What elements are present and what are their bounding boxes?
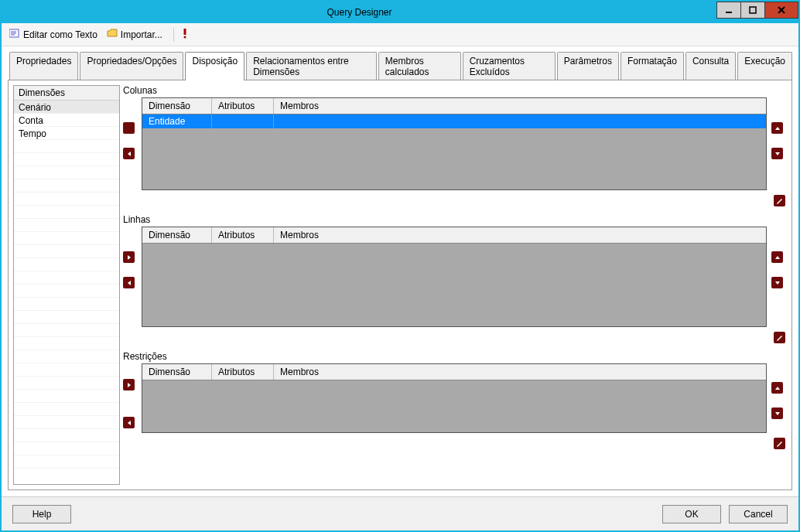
restricoes-remove-button[interactable]	[123, 417, 135, 428]
edit-as-text-label: Editar como Texto	[23, 29, 97, 40]
svg-line-2	[778, 7, 785, 13]
sidebar-item-empty	[14, 166, 119, 179]
tab-strip: Propriedades Propriedades/Opções Disposi…	[8, 51, 792, 80]
col-membros-header[interactable]: Membros	[274, 227, 766, 243]
restricoes-edit-button[interactable]	[774, 438, 785, 449]
colunas-grid-body: Entidade	[142, 114, 766, 189]
col-atributos-header[interactable]: Atributos	[212, 364, 274, 380]
main-column: Colunas Dimensão	[123, 85, 787, 485]
linhas-remove-button[interactable]	[123, 277, 135, 288]
grid-head: Dimensão Atributos Membros	[142, 364, 766, 380]
section-restricoes-title: Restrições	[123, 351, 785, 363]
sidebar-item-empty	[14, 455, 119, 469]
window-controls	[717, 2, 798, 23]
sidebar-item-empty	[14, 193, 119, 206]
linhas-order-stack	[771, 227, 785, 327]
section-colunas-title: Colunas	[123, 85, 785, 97]
col-atributos-header[interactable]: Atributos	[212, 98, 274, 114]
colunas-edit-button[interactable]	[774, 195, 785, 206]
restricoes-add-button[interactable]	[123, 379, 135, 390]
linhas-edit-button[interactable]	[774, 332, 785, 343]
colunas-add-button[interactable]	[123, 122, 135, 134]
sidebar-item-empty	[14, 140, 119, 153]
tab-consulta[interactable]: Consulta	[685, 52, 736, 80]
col-membros-header[interactable]: Membros	[274, 98, 766, 114]
restricoes-grid-body	[142, 380, 766, 432]
col-dimensao-header[interactable]: Dimensão	[142, 364, 212, 380]
col-dimensao-header[interactable]: Dimensão	[142, 227, 212, 243]
colunas-grid[interactable]: Dimensão Atributos Membros Entidade	[142, 97, 767, 190]
grid-head: Dimensão Atributos Membros	[142, 227, 766, 244]
sidebar-item-empty	[14, 429, 119, 442]
minimize-button[interactable]	[716, 2, 741, 19]
colunas-remove-button[interactable]	[123, 148, 135, 159]
colunas-move-stack	[123, 97, 137, 190]
tab-parametros[interactable]: Parâmetros	[557, 52, 619, 80]
toolbar: Editar como Texto Importar...	[2, 23, 798, 46]
sidebar-item-empty	[14, 245, 119, 258]
restricoes-move-stack	[123, 363, 137, 433]
linhas-grid[interactable]: Dimensão Atributos Membros	[142, 227, 767, 327]
tab-propriedades[interactable]: Propriedades	[9, 52, 78, 80]
maximize-button[interactable]	[740, 2, 765, 19]
linhas-move-up-button[interactable]	[771, 251, 783, 263]
dimensions-sidebar: Dimensões Cenário Conta Tempo	[13, 85, 120, 485]
section-linhas: Linhas Dimensão	[123, 214, 785, 343]
edit-as-text-button[interactable]: Editar como Texto	[6, 27, 101, 42]
sidebar-item-empty	[14, 416, 119, 429]
restricoes-grid[interactable]: Dimensão Atributos Membros	[142, 363, 767, 433]
tab-propriedades-opcoes[interactable]: Propriedades/Opções	[80, 52, 183, 80]
restricoes-order-stack	[771, 363, 785, 433]
cell-dimensao: Entidade	[142, 114, 212, 128]
sidebar-item-empty	[14, 153, 119, 166]
colunas-move-up-button[interactable]	[771, 122, 783, 134]
sidebar-item-empty	[14, 219, 119, 232]
restricoes-move-down-button[interactable]	[771, 408, 783, 419]
sidebar-item-tempo[interactable]: Tempo	[14, 127, 119, 140]
sidebar-item-empty	[14, 337, 119, 350]
dialog-footer: Help OK Cancel	[2, 496, 798, 530]
tab-disposicao[interactable]: Disposição	[185, 52, 244, 80]
folder-open-icon	[107, 29, 118, 40]
import-button[interactable]: Importar...	[104, 27, 166, 42]
linhas-grid-body	[142, 244, 766, 326]
section-colunas: Colunas Dimensão	[123, 85, 785, 206]
cell-atributos	[212, 114, 274, 128]
sidebar-item-empty	[14, 442, 119, 455]
sidebar-item-empty	[14, 285, 119, 298]
sidebar-item-empty	[14, 350, 119, 363]
sidebar-item-conta[interactable]: Conta	[14, 114, 119, 127]
ok-button[interactable]: OK	[662, 505, 721, 523]
sidebar-item-empty	[14, 377, 119, 390]
tab-formatacao[interactable]: Formatação	[621, 52, 684, 80]
tab-execucao[interactable]: Execução	[737, 52, 792, 80]
grid-head: Dimensão Atributos Membros	[142, 98, 766, 114]
toolbar-separator	[173, 28, 174, 42]
sidebar-item-empty	[14, 311, 119, 324]
tab-cruzamentos[interactable]: Cruzamentos Excluídos	[463, 52, 556, 80]
sidebar-item-empty	[14, 298, 119, 311]
restricoes-move-up-button[interactable]	[771, 382, 783, 394]
close-button[interactable]	[764, 2, 798, 19]
linhas-move-stack	[123, 227, 137, 327]
tab-membros-calculados[interactable]: Membros calculados	[378, 52, 461, 80]
sidebar-item-empty	[14, 271, 119, 285]
linhas-add-button[interactable]	[123, 251, 135, 263]
sidebar-item-empty	[14, 206, 119, 219]
col-atributos-header[interactable]: Atributos	[212, 227, 274, 243]
linhas-move-down-button[interactable]	[771, 277, 783, 288]
col-membros-header[interactable]: Membros	[274, 364, 766, 380]
sidebar-item-cenario[interactable]: Cenário	[14, 101, 119, 114]
sidebar-item-empty	[14, 403, 119, 416]
colunas-move-down-button[interactable]	[771, 148, 783, 159]
section-restricoes: Restrições Dimensão	[123, 351, 785, 449]
sidebar-item-empty	[14, 324, 119, 337]
colunas-order-stack	[771, 97, 785, 190]
tab-relacionamentos[interactable]: Relacionamentos entre Dimensões	[246, 52, 377, 80]
tab-body: Dimensões Cenário Conta Tempo	[8, 80, 792, 490]
help-button[interactable]: Help	[12, 505, 71, 523]
colunas-row-entidade[interactable]: Entidade	[142, 114, 766, 128]
cancel-button[interactable]: Cancel	[729, 505, 788, 523]
col-dimensao-header[interactable]: Dimensão	[142, 98, 212, 114]
exclamation-icon[interactable]	[182, 28, 188, 41]
